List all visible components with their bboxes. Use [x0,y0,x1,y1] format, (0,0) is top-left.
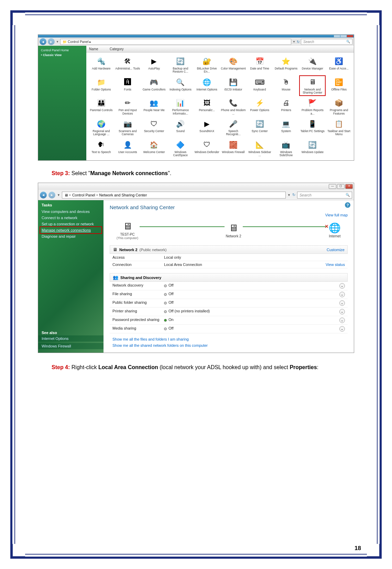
control-panel-item[interactable]: 👪Parental Controls [88,96,114,117]
category-column[interactable]: Category [107,46,127,52]
dropdown-icon[interactable]: ▼ [287,193,291,197]
refresh-icon[interactable]: ↻ [297,40,300,44]
item-icon: 🛠 [122,56,133,66]
help-icon[interactable]: ? [345,202,350,208]
back-button[interactable]: ◄ [40,192,47,198]
task-connect-network[interactable]: Connect to a network [42,215,100,221]
control-panel-item[interactable]: ▶AutoPlay [141,55,167,75]
see-also-windows-firewall[interactable]: Windows Firewall [38,343,104,349]
control-panel-item[interactable]: 🖥Network and Sharing Center [300,76,325,96]
control-panel-item[interactable]: 👥People Near Me [141,96,167,117]
control-panel-item[interactable]: ⚡Power Options [247,96,273,117]
control-panel-item[interactable]: 📞Phone and Modem ... [220,96,246,117]
control-panel-item[interactable]: 🅰Fonts [115,76,141,96]
control-panel-item[interactable]: 🛡Security Center [141,117,167,138]
classic-view-link[interactable]: Classic View [41,53,84,57]
control-panel-home-link[interactable]: Control Panel Home [41,48,84,53]
control-panel-item[interactable]: 🌍Regional and Language ... [88,117,114,138]
control-panel-item[interactable]: 🛡Windows Defender [194,138,220,159]
expand-button[interactable]: ⌄ [339,292,345,297]
view-full-map-link[interactable]: View full map [110,213,348,217]
item-label: Network and Sharing Center [300,88,325,95]
see-also-internet-options[interactable]: Internet Options [38,335,104,342]
dropdown-icon[interactable]: ▼ [57,193,60,197]
control-panel-item[interactable]: 📷Scanners and Cameras [115,117,141,138]
expand-button[interactable]: ⌄ [339,326,345,332]
control-panel-item[interactable]: ♿Ease of Acce... [326,55,352,75]
control-panel-item[interactable]: 🔄Sync Center [247,117,273,138]
control-panel-item[interactable]: 👤User Accounts [115,138,141,159]
back-button[interactable]: ◄ [40,38,46,45]
expand-button[interactable]: ⌄ [339,318,345,323]
control-panel-item[interactable]: 📁Folder Options [88,76,114,96]
control-panel-item[interactable]: 📊Performance Informatio... [167,96,193,117]
control-panel-item[interactable]: 🔄Backup and Restore C... [167,55,193,75]
control-panel-item[interactable]: 🎤Speech Recogniti... [220,117,246,138]
control-panel-item[interactable]: ⭐Default Programs [273,55,299,75]
search-input[interactable]: Search [301,39,352,45]
breadcrumb-bar[interactable]: 📁 Control Panel ▸ [60,39,291,45]
expand-button[interactable]: ⌄ [339,283,345,289]
expand-button[interactable]: ⌄ [339,300,345,306]
control-panel-item[interactable]: 🔷Windows CardSpace [167,138,193,159]
task-view-computers[interactable]: View computers and devices [42,208,100,215]
control-panel-item[interactable]: 🔍Indexing Options [167,76,193,96]
control-panel-item[interactable]: 🌐Internet Options [194,76,220,96]
control-panel-item[interactable]: 🔄Windows Update [300,138,325,159]
refresh-icon[interactable]: ↻ [292,193,295,197]
control-panel-item[interactable]: 📺Windows SideShow [273,138,299,159]
item-label: Power Options [247,109,272,112]
maximize-button[interactable]: ▢ [337,184,345,189]
control-panel-item[interactable]: 📐Windows Sidebar ... [247,138,273,159]
control-panel-item[interactable]: 🎮Game Controllers [141,76,167,96]
customize-link[interactable]: Customize [327,248,345,252]
control-panel-item[interactable]: ▶SoundMAX [194,117,220,138]
control-panel-item[interactable]: 🔩Add Hardware [88,55,114,75]
maximize-button[interactable] [340,35,347,37]
control-panel-item[interactable]: 🖼Personaliz... [194,96,220,117]
task-setup-connection[interactable]: Set up a connection or network [42,221,100,227]
forward-button[interactable]: ► [48,192,55,198]
forward-button[interactable]: ► [48,38,55,45]
control-panel-item[interactable]: ✏Pen and Input Devices [115,96,141,117]
dropdown-icon[interactable]: ▼ [56,40,59,43]
name-column[interactable]: Name [86,46,107,52]
control-panel-item[interactable]: 🧱Windows Firewall [220,138,246,159]
connection-line [140,226,224,227]
minimize-button[interactable]: — [329,184,336,189]
minimize-button[interactable] [334,35,340,37]
view-status-link[interactable]: View status [326,262,345,267]
close-button[interactable] [347,35,353,37]
control-panel-item[interactable]: 🛠Administrat... Tools [115,55,141,75]
breadcrumb-bar[interactable]: 🖥 ▸ Control Panel ▸ Network and Sharing … [62,192,286,198]
control-panel-item[interactable]: 🏠Welcome Center [141,138,167,159]
item-label: Game Controllers [142,88,167,91]
control-panel-item[interactable]: 💻System [273,117,299,138]
control-panel-item[interactable]: 🔐BitLocker Drive En... [194,55,220,75]
control-panel-item[interactable]: 📴Offline Files [326,76,352,96]
task-manage-network-connections[interactable]: Manage network connections [41,227,101,233]
control-panel-item[interactable]: 🖱Mouse [273,76,299,96]
control-panel-item[interactable]: 💾iSCSI Initiator [220,76,246,96]
control-panel-item[interactable]: 🔊Sound [167,117,193,138]
control-panel-item[interactable]: 🚩Problem Reports a... [300,96,325,117]
control-panel-item[interactable]: 📅Date and Time [247,55,273,75]
control-panel-item[interactable]: 🖨Printers [273,96,299,117]
control-panel-item[interactable]: 🔌Device Manager [300,55,325,75]
dropdown-icon[interactable]: ▼ [293,40,295,43]
control-panel-item[interactable]: 📋Taskbar and Start Menu [326,117,352,138]
task-diagnose-repair[interactable]: Diagnose and repair [42,233,100,239]
expand-button[interactable]: ⌄ [339,309,345,314]
network-icon: 🖥 [226,222,241,234]
show-folders-link[interactable]: Show me all the shared network folders o… [110,342,348,348]
close-button[interactable]: ✕ [345,184,353,189]
show-files-link[interactable]: Show me all the files and folders I am s… [110,336,348,342]
control-panel-item[interactable]: ⌨Keyboard [247,76,273,96]
control-panel-item[interactable]: 🎨Color Management [220,55,246,75]
search-input[interactable]: Search [297,192,352,198]
control-panel-item[interactable]: 🗣Text to Speech [88,138,114,159]
status-dot [164,284,167,287]
breadcrumb-nsc: Network and Sharing Center [99,193,147,197]
control-panel-item[interactable]: 📦Programs and Features [326,96,352,117]
control-panel-item[interactable]: 📱Tablet PC Settings [300,117,325,138]
